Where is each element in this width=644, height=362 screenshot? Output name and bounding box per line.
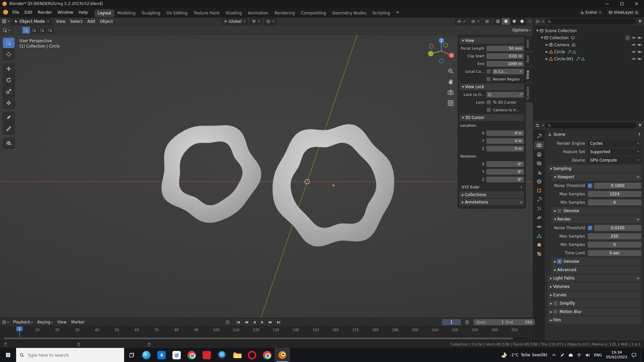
section-menu-icon[interactable]: ≡ [637, 217, 640, 222]
collection-checkbox[interactable]: ✓ [625, 36, 630, 40]
viewport-menu-add[interactable]: Add [85, 18, 97, 24]
z-field[interactable]: 0° [486, 177, 524, 182]
timeline-scrollbar-handle[interactable] [4, 338, 513, 339]
viewlayer-selector[interactable]: ViewLayer [606, 9, 641, 16]
timeline-editor-icon[interactable] [2, 320, 6, 324]
disable-render-icon[interactable] [638, 36, 642, 40]
workspace-tab-animation[interactable]: Animation [245, 9, 271, 17]
scale-tool[interactable] [3, 86, 15, 97]
camera-to-v--checkbox[interactable] [486, 108, 491, 112]
outliner-search-input[interactable] [545, 18, 636, 24]
current-frame-field[interactable]: 1 [442, 319, 461, 325]
maximize-button[interactable] [614, 0, 629, 7]
rotate-tool[interactable] [3, 75, 15, 85]
properties-tab-particles[interactable] [534, 204, 544, 213]
noise-threshold-checkbox[interactable]: ✓ [588, 183, 592, 188]
time-limit-field[interactable]: 0 sec [588, 250, 641, 256]
viewport-zoom-button[interactable] [447, 68, 454, 75]
show-gizmos-toggle[interactable]: ▾ [455, 18, 467, 25]
section-advanced[interactable]: ▶Advanced [551, 266, 641, 274]
menu-edit[interactable]: Edit [22, 9, 35, 16]
lock-to-o--field[interactable] [486, 92, 524, 98]
mode-dropdown[interactable]: Object Mode ▾ [11, 18, 52, 25]
panel-header-view[interactable]: ▼View [460, 37, 524, 44]
disable-render-icon[interactable] [638, 50, 642, 54]
min-samples-field[interactable]: 0 [588, 242, 641, 248]
y-field[interactable]: 0° [486, 169, 524, 175]
section-denoise[interactable]: ▶Denoise [551, 207, 641, 215]
noise-threshold-field[interactable]: 0.1000 [594, 183, 641, 189]
panel-header-3d-cursor[interactable]: ▼3D Cursor [460, 114, 524, 121]
shading-material-preview-button[interactable] [510, 18, 518, 25]
properties-tab-view-layer[interactable] [534, 159, 544, 167]
expand-arrow-icon[interactable]: ▼ [535, 29, 539, 32]
sidebar-tab-tool[interactable]: Tool [526, 52, 533, 66]
outliner-row-circle[interactable]: ▶Circle [533, 48, 644, 55]
move-tool[interactable] [3, 63, 15, 74]
menu-render[interactable]: Render [35, 9, 55, 16]
jump-to-start-button[interactable] [235, 319, 242, 325]
hide-viewport-icon[interactable] [632, 43, 636, 47]
sidebar-tab-create[interactable]: Create [526, 83, 533, 103]
taskbar-app-store[interactable] [154, 348, 169, 362]
timeline-ruler[interactable]: 1020304050607080901001101201301401501601… [0, 326, 533, 335]
cloud-icon[interactable] [568, 353, 573, 358]
expand-arrow-icon[interactable]: ▶ [545, 50, 549, 53]
local-ca--field[interactable]: Ca... [492, 69, 524, 74]
timeline-menu-keying[interactable]: Keying▾ [35, 319, 55, 325]
feature-set-dropdown[interactable]: Supported▾ [588, 149, 641, 155]
workspace-tab-geometry-nodes[interactable]: Geometry Nodes [329, 9, 369, 17]
viewport-hand-button[interactable] [447, 78, 454, 86]
viewport-grid-button[interactable] [447, 100, 454, 107]
pin-icon[interactable] [637, 132, 641, 136]
properties-tab-world[interactable] [534, 177, 544, 185]
workspace-tab-shading[interactable]: Shading [222, 9, 245, 17]
section-sampling[interactable]: ▼Sampling [547, 165, 641, 172]
taskbar-app-explorer[interactable] [229, 348, 245, 362]
taskbar-app-adobe[interactable] [199, 348, 214, 362]
panel-header-view-lock[interactable]: ▼View Lock [460, 83, 524, 90]
snap-toggle[interactable]: ▾ [250, 18, 262, 25]
panel-header-collections[interactable]: ▶Collections [460, 191, 524, 198]
timeline-scrollbar[interactable] [3, 337, 528, 340]
section-denoise[interactable]: ▶✓Denoise [551, 258, 641, 265]
hide-viewport-icon[interactable] [632, 50, 636, 54]
task-view-button[interactable] [124, 348, 139, 362]
play-reverse-button[interactable] [251, 319, 258, 325]
min-samples-field[interactable]: 0 [588, 199, 641, 205]
expand-arrow-icon[interactable]: ▼ [540, 36, 544, 39]
select-mode-extend[interactable] [31, 27, 38, 34]
outliner-row-camera[interactable]: ▶Camera [533, 41, 644, 48]
hide-viewport-icon[interactable] [632, 36, 636, 40]
y-field[interactable]: 0 m [486, 138, 524, 144]
properties-tab-physics[interactable] [534, 214, 544, 222]
properties-filter-icon[interactable] [638, 123, 642, 127]
outliner-row-scene-collection[interactable]: ▼Scene Collection [533, 27, 644, 34]
x-field[interactable]: 0° [486, 161, 524, 167]
properties-editor-icon[interactable] [535, 123, 540, 128]
weather-widget[interactable]: -1°C Teilw. bewölkt [501, 352, 547, 358]
viewport-menu-view[interactable]: View [54, 18, 68, 24]
minimize-button[interactable] [600, 0, 614, 7]
options-button[interactable]: Options ▾ [513, 28, 530, 33]
timeline-menu-view[interactable]: View [55, 319, 69, 325]
device-dropdown[interactable]: GPU Compute▾ [588, 157, 641, 163]
taskbar-clock[interactable]: 19:34 05/02/2023 [606, 350, 627, 360]
render-engine-dropdown[interactable]: Cycles▾ [588, 140, 641, 146]
render-region-checkbox[interactable] [486, 77, 491, 81]
workspace-tab-texture-paint[interactable]: Texture Paint [191, 9, 222, 17]
add-cube-tool[interactable] [3, 138, 15, 148]
properties-tab-material[interactable] [534, 241, 544, 249]
panel-menu-icon[interactable]: ≡ [520, 200, 523, 204]
notification-center-icon[interactable] [631, 352, 637, 358]
expand-arrow-icon[interactable]: ▶ [545, 57, 549, 60]
section-viewport[interactable]: ▼Viewport≡ [551, 173, 641, 181]
workspace-tab-layout[interactable]: Layout [95, 9, 114, 17]
outliner-filter-icon[interactable] [638, 19, 642, 23]
blender-menu-icon[interactable] [3, 9, 8, 15]
section-checkbox[interactable]: ✓ [557, 259, 562, 264]
noise-threshold-checkbox[interactable]: ✓ [588, 226, 592, 230]
workspace-tab-modeling[interactable]: Modeling [114, 9, 139, 17]
x-field[interactable]: 0 m [486, 130, 524, 136]
end-field[interactable]: 1000 m [486, 61, 524, 67]
